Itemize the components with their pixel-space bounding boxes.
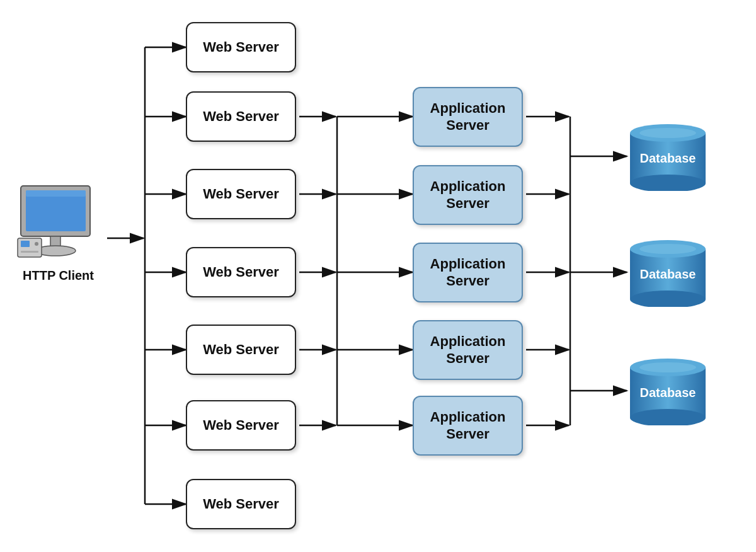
- computer-icon: [14, 183, 103, 265]
- svg-rect-38: [21, 251, 38, 253]
- app-server-box-2: Application Server: [413, 165, 523, 225]
- database-cylinder-3: Database: [627, 356, 709, 425]
- svg-rect-32: [26, 190, 86, 197]
- app-server-box-3: Application Server: [413, 243, 523, 302]
- database-cylinder-2: Database: [627, 238, 709, 307]
- svg-text:Database: Database: [640, 386, 696, 400]
- svg-point-42: [639, 128, 696, 138]
- app-server-box-5: Application Server: [413, 396, 523, 456]
- svg-point-52: [639, 362, 696, 372]
- web-server-box-5: Web Server: [186, 325, 296, 375]
- web-server-box-1: Web Server: [186, 22, 296, 72]
- web-server-box-2: Web Server: [186, 91, 296, 142]
- svg-text:Database: Database: [640, 267, 696, 281]
- database-cylinder-1: Database: [627, 122, 709, 191]
- web-server-box-7: Web Server: [186, 479, 296, 529]
- app-server-box-1: Application Server: [413, 87, 523, 147]
- svg-point-37: [35, 242, 38, 246]
- svg-point-47: [639, 244, 696, 254]
- http-client-label: HTTP Client: [23, 268, 94, 283]
- app-server-box-4: Application Server: [413, 320, 523, 380]
- svg-rect-36: [21, 241, 30, 247]
- web-server-box-6: Web Server: [186, 400, 296, 451]
- svg-text:Database: Database: [640, 151, 696, 165]
- http-client: HTTP Client: [9, 183, 107, 283]
- web-server-box-4: Web Server: [186, 247, 296, 297]
- diagram-container: HTTP Client Web Server Web Server Web Se…: [0, 0, 756, 552]
- web-server-box-3: Web Server: [186, 169, 296, 219]
